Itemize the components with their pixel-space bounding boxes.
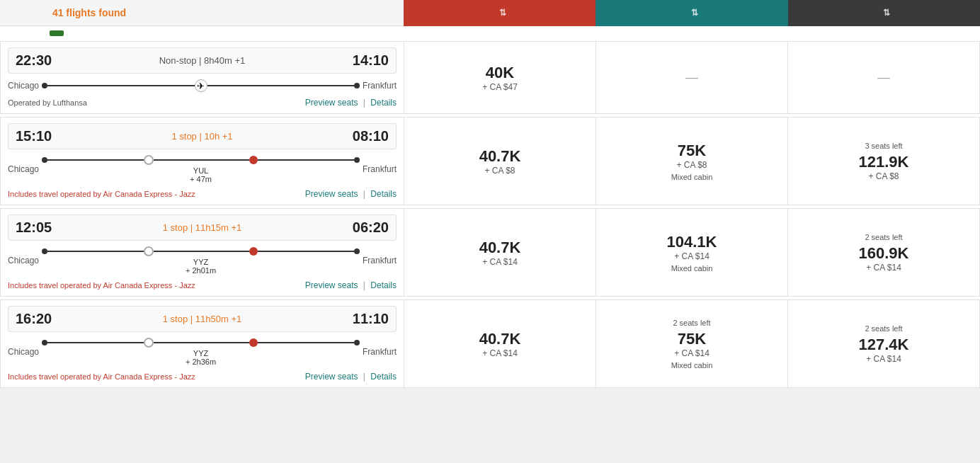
economy-price: 40K [486,64,514,82]
premium-seats-left: 2 seats left [673,319,710,327]
tab-economy[interactable]: ⇅ [404,0,596,26]
tab-premium[interactable]: ⇅ [596,0,787,26]
economy-sub: + CA $14 [482,348,518,358]
footer-row-0: Operated by Lufthansa Preview seats | De… [8,98,397,108]
preview-details: Preview seats | Details [305,280,397,290]
premium-price: 75K [678,330,706,348]
route-bar-3: Chicago YYZ + 2h36m [8,336,397,367]
arrive-time: 06:20 [353,219,389,236]
preview-seats-link[interactable]: Preview seats [305,372,358,382]
stop-info-container: YYZ + 2h36m [42,349,360,366]
depart-dot [42,83,47,88]
sort-arrows-premium: ⇅ [691,8,698,18]
depart-dot [42,157,47,163]
business-seats-left: 2 seats left [865,324,902,333]
premium-cabin: Mixed cabin [671,173,713,181]
main-content: 22:30 Non-stop | 8h40m +1 14:10 Chicago … [0,26,980,388]
tab-business[interactable]: ⇅ [788,0,980,26]
economy-cell-1: 40.7K + CA $8 [404,118,596,205]
route-bar-1: Chicago YUL + 47m [8,154,397,185]
premium-cabin: Mixed cabin [671,361,713,370]
depart-dot [42,340,47,345]
to-city: Frankfurt [363,164,397,174]
preview-seats-link[interactable]: Preview seats [305,280,358,290]
arrive-time: 14:10 [353,52,389,69]
business-cell-3: 2 seats left 127.4K + CA $14 [788,300,979,387]
operated-by: Includes travel operated by Air Canada E… [8,190,195,198]
footer-row-3: Includes travel operated by Air Canada E… [8,372,397,382]
to-city: Frankfurt [363,81,397,91]
stop-code: YUL [193,166,208,175]
economy-sub: + CA $14 [482,257,518,267]
stop-info-container: YYZ + 2h01m [42,258,360,275]
line-seg1 [47,251,144,252]
economy-sub: + CA $47 [482,82,518,92]
stop-info: 1 stop | 10h +1 [171,131,232,142]
arrive-time: 11:10 [353,311,389,327]
flight-row-1: 15:10 1 stop | 10h +1 08:10 Chicago [0,117,980,205]
footer-row-1: Includes travel operated by Air Canada E… [8,189,397,199]
flight-row-0: 22:30 Non-stop | 8h40m +1 14:10 Chicago … [0,41,980,114]
ac-dot [249,156,258,164]
premium-cell-1: 75K + CA $8 Mixed cabin [596,118,788,205]
operated-by: Operated by Lufthansa [8,98,87,107]
to-city: Frankfurt [363,347,397,357]
pipe-separator: | [363,189,365,199]
from-city: Chicago [8,256,39,265]
line-seg1 [47,159,144,161]
depart-dot [42,248,47,254]
details-link[interactable]: Details [370,98,397,108]
flight-row-3: 16:20 1 stop | 11h50m +1 11:10 Chicago [0,299,980,388]
preview-seats-link[interactable]: Preview seats [305,98,358,108]
premium-sub: + CA $14 [674,348,710,358]
to-city: Frankfurt [363,256,397,265]
results-count: 41 flights found [52,7,126,18]
details-link[interactable]: Details [370,372,397,382]
time-bar-1: 15:10 1 stop | 10h +1 08:10 [8,123,397,149]
premium-cabin: Mixed cabin [671,264,713,273]
economy-price: 40.7K [479,330,521,348]
line-seg3 [258,159,354,161]
time-bar-3: 16:20 1 stop | 11h50m +1 11:10 [8,306,397,332]
stop-wait: + 47m [190,175,212,183]
details-link[interactable]: Details [370,189,397,199]
badge-label [50,30,64,36]
stop-code: YYZ [193,349,208,358]
line-seg2 [154,251,250,252]
route-middle: YYZ + 2h36m [42,338,360,366]
business-seats-left: 3 seats left [865,142,902,150]
stopover-dot [144,338,154,348]
route-with-stop: YYZ + 2h01m [42,246,360,275]
preview-seats-link[interactable]: Preview seats [305,189,358,199]
stop-info: Non-stop | 8h40m +1 [159,55,246,66]
premium-cell-0: — [596,42,788,113]
route-with-stop: YUL + 47m [42,155,360,183]
business-cell-2: 2 seats left 160.9K + CA $14 [788,209,979,296]
details-link[interactable]: Details [370,280,397,290]
pipe-separator: | [363,280,365,290]
economy-cell-0: 40K + CA $47 [404,42,596,113]
pipe-separator: | [363,372,365,382]
operated-by: Includes travel operated by Air Canada E… [8,281,195,290]
economy-cell-2: 40.7K + CA $14 [404,209,596,296]
from-city: Chicago [8,81,39,91]
ac-dot [249,247,258,256]
economy-price: 40.7K [479,239,521,257]
pipe-separator: | [363,98,365,108]
stop-info-container: YUL + 47m [42,166,360,183]
stop-detail: YUL + 47m [190,166,212,183]
line-seg2 [154,342,250,343]
stop-info: 1 stop | 11h50m +1 [163,314,241,324]
route-middle: YUL + 47m [42,155,360,183]
header-bar: 41 flights found ⇅ ⇅ ⇅ [0,0,980,26]
route-with-stop: YYZ + 2h36m [42,338,360,366]
stop-detail: YYZ + 2h01m [186,258,216,275]
time-bar-2: 12:05 1 stop | 11h15m +1 06:20 [8,215,397,241]
line-seg2 [154,159,250,161]
stop-info: 1 stop | 11h15m +1 [163,222,241,233]
flight-row-2: 12:05 1 stop | 11h15m +1 06:20 Chicago [0,208,980,297]
premium-sub: + CA $14 [674,251,710,261]
business-sub: + CA $14 [866,354,901,364]
flight-info-2: 12:05 1 stop | 11h15m +1 06:20 Chicago [1,209,404,296]
route-line-segment [47,85,194,86]
